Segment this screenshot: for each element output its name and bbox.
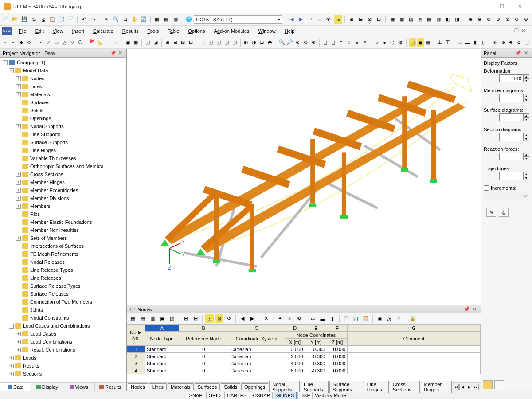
col-z[interactable]: Z [m] [327,339,348,346]
tree-item[interactable]: Surface Release Types [1,282,125,290]
t2-54[interactable]: ▮ [472,38,479,47]
table-row[interactable]: 3Standard0Cartesian4.000-0.3000.000 [127,360,481,367]
reaction-input[interactable] [499,153,523,160]
t2-53[interactable]: ▬ [464,38,471,47]
surface-diag-input[interactable] [499,113,523,121]
member-up[interactable]: ▲ [523,94,529,98]
tt-23[interactable]: ▣ [375,314,384,323]
tree-item[interactable]: +Lines [1,82,125,90]
undo-icon[interactable]: ↶ [80,15,88,24]
menu-edit[interactable]: Edit [31,27,48,35]
menu-tools[interactable]: Tools [143,27,163,35]
t2-58[interactable]: ⬘ [507,38,514,47]
tree-item[interactable]: Line Release Types [1,266,125,274]
tree-item[interactable]: Line Supports [1,130,125,138]
table-tab[interactable]: Surface Supports [329,381,363,393]
t2-8[interactable]: △ [61,38,68,47]
t2-3[interactable]: ◆ [18,38,25,47]
tree-item[interactable]: +Loads [1,354,125,362]
t2-40[interactable]: ⍢ [345,38,352,47]
rotate-icon[interactable]: 🔄 [140,15,148,24]
pin-icon[interactable]: 📌 [109,51,117,55]
tree-item[interactable]: FE Mesh Refinements [1,250,125,258]
prev-icon[interactable]: ◀ [287,15,296,24]
col-coords[interactable]: Node Coordinates [285,332,347,339]
tt-20[interactable]: 📋 [342,314,351,323]
tree-item[interactable]: +Cross-Sections [1,170,125,178]
tree-item[interactable]: Line Releases [1,274,125,282]
traject-input[interactable] [499,172,523,180]
menu-results[interactable]: Results [118,27,143,35]
col-letter-g[interactable]: G [348,325,481,332]
tt-13[interactable]: ✕ [262,314,270,323]
t2-12[interactable]: 📐 [97,38,104,47]
menu-window[interactable]: Window [254,27,280,35]
deformation-input[interactable] [499,74,523,82]
t2-20[interactable]: ⊟ [172,38,179,47]
tree-item[interactable]: +Sections [1,370,125,378]
pan-icon[interactable]: ✋ [130,15,139,24]
tt-19[interactable]: ▮ [328,314,337,323]
t2-46[interactable]: ◍ [397,38,404,47]
tree-item[interactable]: Nodal Constraints [1,314,125,322]
t2-16[interactable]: ▦ [132,38,139,47]
traject-up[interactable]: ▲ [523,172,529,176]
tree-item[interactable]: Solids [1,106,125,114]
tt-1[interactable]: ▦ [129,314,137,323]
tt-11[interactable]: ◀ [238,314,247,323]
print-icon[interactable]: 🖨 [39,15,47,24]
status-cartes[interactable]: CARTES [224,392,249,399]
tree-item[interactable]: Connection of Two Members [1,298,125,306]
tree-model-data[interactable]: −Model Data [1,66,125,74]
t2-14[interactable]: ⟋ [113,38,120,47]
t2-56[interactable]: ⬖ [492,38,499,47]
tab-last[interactable]: ⏭ [473,384,479,390]
tree-item[interactable]: +Member Divisions [1,194,125,202]
status-glines[interactable]: GLINES [274,392,297,399]
next-icon[interactable]: ▶ [297,15,305,24]
tt-22[interactable]: 🧮 [361,314,370,323]
zoom-icon[interactable]: 🔍 [112,15,120,24]
tt-8[interactable]: ⊡ [205,314,214,323]
table-close-icon[interactable]: ✕ [471,306,478,312]
t2-57[interactable]: ⬗ [500,38,507,47]
mdi-close-icon[interactable]: ✕ [521,28,528,34]
tree-item[interactable]: +Member Hinges [1,178,125,186]
r9-icon[interactable]: ▦ [388,15,396,24]
tree-item[interactable]: +Result Combinations [1,346,125,354]
new-icon[interactable]: 📄 [2,15,10,24]
cursor-icon[interactable]: ↖ [102,15,111,24]
t2-35[interactable]: ⊚ [302,38,309,47]
t2-32[interactable]: 🔍 [278,38,286,47]
paste-icon[interactable]: 📄 [66,15,75,24]
t2-2[interactable]: ▪ [10,38,17,47]
t2-7[interactable]: ▭ [53,38,60,47]
table-tab[interactable]: Line Supports [301,381,329,393]
table-tab[interactable]: Solids [221,383,240,390]
r23-icon[interactable]: ⊛ [522,15,530,24]
table-row[interactable]: 4Standard0Cartesian6.000-0.3000.000 [127,367,481,374]
tab-first[interactable]: ⏮ [453,384,459,390]
increments-check[interactable] [484,185,489,191]
t2-26[interactable]: ◲ [223,38,230,47]
col-letter-e[interactable]: E [305,325,327,332]
tt-5[interactable]: ▨ [168,314,176,323]
col-letter-a[interactable]: A [145,325,179,332]
t2-15[interactable]: ▣ [124,38,131,47]
t2-39[interactable]: ⍡ [338,38,345,47]
tree-item[interactable]: +Nodal Supports [1,122,125,130]
t2-59[interactable]: ⬙ [515,38,522,47]
status-snap[interactable]: SNAP [187,392,205,399]
r11-icon[interactable]: ▨ [407,15,415,24]
t2-11[interactable]: 🚩 [89,38,96,47]
t2-6[interactable]: ∕ [45,38,52,47]
r2-icon[interactable]: x [315,15,324,24]
table-tab[interactable]: Openings [241,383,268,390]
panel-icon[interactable]: ▥ [171,15,180,24]
r20-icon[interactable]: ⊘ [494,15,502,24]
rp-tab-1[interactable] [483,380,493,389]
tree-item[interactable]: Surface Releases [1,290,125,298]
copy-icon[interactable]: 📑 [58,15,66,24]
t2-37[interactable]: ⍞ [322,38,329,47]
menu-help[interactable]: Help [280,27,299,35]
